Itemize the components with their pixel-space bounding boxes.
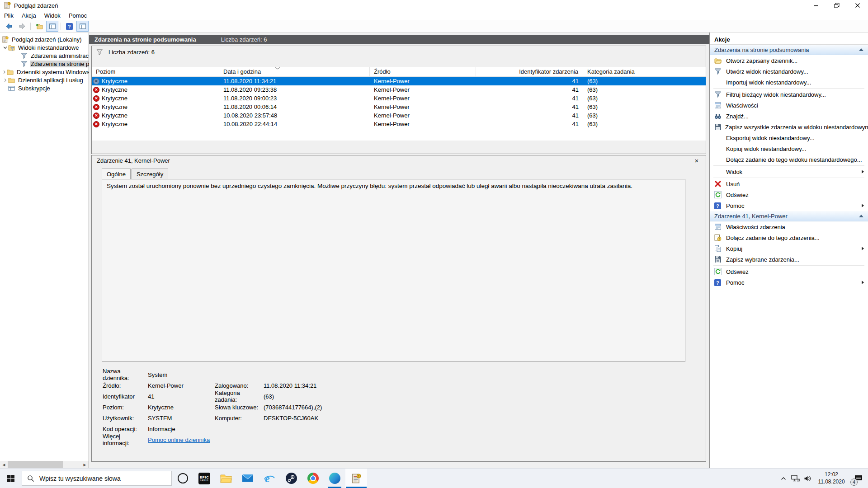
taskbar-app-file-explorer[interactable] [215,469,237,488]
table-header-row: Poziom Data i godzina Źródło Identyfikat… [92,67,706,77]
menu-pomoc[interactable]: Pomoc [65,11,91,20]
tree-item-subskrypcje[interactable]: Subskrypcje [0,84,89,92]
field-row: Użytkownik:SYSTEM Komputer:DESKTOP-5CJ60… [92,413,706,423]
restore-icon [834,3,840,8]
refresh-icon [714,191,722,198]
preview-close-button[interactable]: × [693,157,701,164]
network-icon [791,475,800,482]
close-icon [855,3,860,8]
column-header-kategoria[interactable]: Kategoria zadania [583,67,706,76]
table-row[interactable]: ×Krytyczne 11.08.2020 11:34:21 Kernel-Po… [92,77,706,85]
action-filter-current-view[interactable]: Filtruj bieżący widok niestandardowy... [710,89,868,100]
scroll-left-arrow[interactable]: ◄ [0,461,8,469]
event-viewer-app-icon [4,2,11,9]
column-header-identyfikator[interactable]: Identyfikator zdarzenia [476,67,583,76]
tab-szczegoly[interactable]: Szczegóły [132,169,168,179]
log-online-help-link[interactable]: Pomoc online dziennika [148,436,210,443]
cortana-icon [178,473,188,483]
action-refresh-event[interactable]: Odśwież [710,266,868,277]
minimize-button[interactable] [806,0,826,11]
mail-icon [242,474,253,483]
action-help-event[interactable]: Pomoc [710,277,868,288]
action-save-selected-events[interactable]: Zapisz wybrane zdarzenia... [710,254,868,265]
show-hidden-icons-button[interactable] [777,469,789,488]
restore-button[interactable] [826,0,847,11]
scrollbar-thumb[interactable] [8,461,63,469]
volume-tray-button[interactable] [802,469,814,488]
actions-section-header-event[interactable]: Zdarzenie 41, Kernel-Power [710,211,868,221]
action-event-properties[interactable]: Właściwości zdarzenia [710,221,868,232]
tree-item-label: Podgląd zdarzeń (Lokalny) [11,36,83,43]
table-row[interactable]: ×Krytyczne 11.08.2020 09:00:23 Kernel-Po… [92,94,706,103]
menu-plik[interactable]: Plik [0,11,18,20]
close-button[interactable] [847,0,868,11]
help-button[interactable] [63,21,75,32]
action-save-all-events[interactable]: Zapisz wszystkie zdarzenia w widoku nies… [710,122,868,132]
tree-item-widoki-niestandardowe[interactable]: Widoki niestandardowe [0,43,89,52]
taskbar-app-chrome[interactable] [302,469,324,488]
action-find[interactable]: Znajdź... [710,111,868,122]
taskbar-clock[interactable]: 12:02 11.08.2020 [814,471,849,485]
chevron-down-icon[interactable] [2,45,8,50]
back-button[interactable] [3,21,15,32]
action-properties[interactable]: Właściwości [710,100,868,111]
column-header-zrodlo[interactable]: Źródło [370,67,476,76]
taskbar-app-internet-explorer[interactable] [259,469,280,488]
scroll-right-arrow[interactable]: ► [81,461,89,469]
table-row[interactable]: ×Krytyczne 10.08.2020 23:57:48 Kernel-Po… [92,111,706,120]
tree-item-dzienniki-aplikacji[interactable]: Dzienniki aplikacji i usług [0,76,89,84]
action-export-custom-view[interactable]: Eksportuj widok niestandardowy... [710,132,868,143]
help-icon [66,23,73,30]
table-row[interactable]: ×Krytyczne 11.08.2020 09:23:38 Kernel-Po… [92,85,706,94]
more-info-label: Więcej informacji: [103,433,148,446]
forward-button[interactable] [16,21,28,32]
action-copy[interactable]: Kopiuj [710,243,868,254]
collapse-icon[interactable] [859,48,863,51]
show-action-pane-button[interactable] [76,21,89,32]
collapse-icon[interactable] [859,215,863,217]
actions-section-header-summary[interactable]: Zdarzenia na stronie podsumowania [710,45,868,55]
action-attach-task-to-event[interactable]: Dołącz zadanie do tego zdarzenia... [710,232,868,243]
menu-akcja[interactable]: Akcja [18,11,40,20]
taskbar-app-steam[interactable] [280,469,302,488]
column-header-data-i-godzina[interactable]: Data i godzina [219,67,370,76]
table-row[interactable]: ×Krytyczne 10.08.2020 22:44:14 Kernel-Po… [92,120,706,128]
column-header-poziom[interactable]: Poziom [92,67,219,76]
action-copy-custom-view[interactable]: Kopiuj widok niestandardowy... [710,143,868,154]
taskbar-app-cortana[interactable] [172,469,193,488]
search-input[interactable] [38,474,153,483]
action-refresh[interactable]: Odśwież [710,189,868,200]
taskbar-app-edge[interactable] [324,469,345,488]
action-help[interactable]: Pomoc [710,200,868,211]
action-import-custom-view[interactable]: Importuj widok niestandardowy... [710,77,868,88]
chevron-right-icon[interactable] [2,78,8,83]
start-button[interactable] [0,469,22,488]
tree-item-zdarzenia-administracyjne[interactable]: Zdarzenia administracyjn [0,52,89,60]
event-preview-pane: Zdarzenie 41, Kernel-Power × Ogólne Szcz… [91,155,706,462]
action-open-saved-log[interactable]: Otwórz zapisany dziennik... [710,55,868,66]
submenu-arrow-icon [862,247,864,250]
properties-icon [714,223,722,230]
tree-item-dzienniki-systemu-windows[interactable]: Dzienniki systemu Windows [0,68,89,76]
chevron-right-icon[interactable] [2,70,7,75]
find-icon [714,113,722,120]
steam-icon [286,473,297,484]
tree-item-root[interactable]: Podgląd zdarzeń (Lokalny) [0,35,89,43]
action-center-button[interactable]: 4 [849,469,868,488]
network-tray-button[interactable] [789,469,802,488]
tree-item-zdarzenia-na-stronie-podsumowania[interactable]: Zdarzenia na stronie pod [0,60,89,68]
action-attach-task-to-view[interactable]: Dołącz zadanie do tego widoku niestandar… [710,154,868,165]
export-list-button[interactable] [33,21,45,32]
table-row[interactable]: ×Krytyczne 11.08.2020 00:06:14 Kernel-Po… [92,103,706,111]
filter-icon [714,91,722,98]
taskbar-app-event-viewer[interactable] [345,469,367,488]
action-create-custom-view[interactable]: Utwórz widok niestandardowy... [710,66,868,77]
taskbar-app-epic-games[interactable]: EPICGAMES [193,469,215,488]
menu-widok[interactable]: Widok [40,11,65,20]
action-view-submenu[interactable]: Widok [710,166,868,177]
show-console-tree-button[interactable] [46,21,58,32]
tab-ogolne[interactable]: Ogólne [102,169,131,179]
taskbar-app-mail[interactable] [237,469,259,488]
action-delete[interactable]: Usuń [710,178,868,189]
critical-level-icon: × [93,87,99,93]
